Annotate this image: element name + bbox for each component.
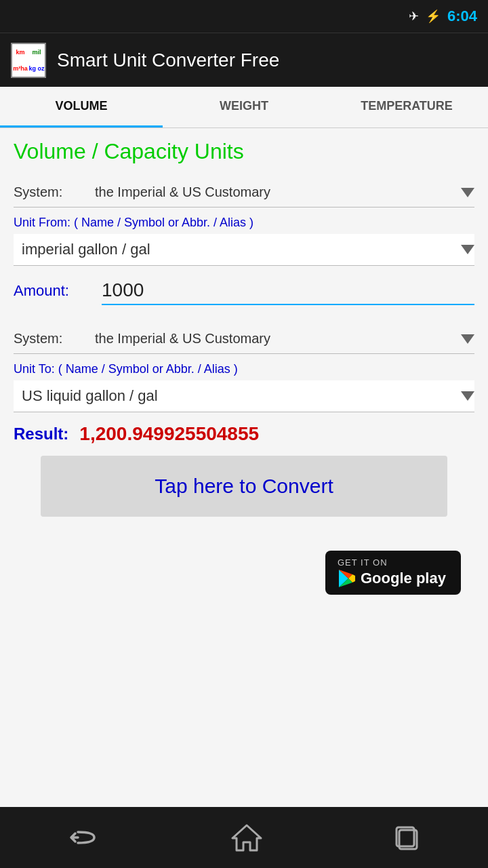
tab-temperature[interactable]: TEMPERATURE bbox=[325, 87, 488, 127]
svg-marker-4 bbox=[232, 825, 261, 850]
main-content: Volume / Capacity Units System: the Impe… bbox=[0, 128, 488, 807]
from-unit-value: imperial gallon / gal bbox=[22, 241, 455, 258]
home-button[interactable] bbox=[231, 823, 262, 852]
badge-top-text: GET IT ON bbox=[338, 557, 388, 568]
convert-button[interactable]: Tap here to Convert bbox=[41, 456, 447, 517]
from-system-group: System: the Imperial & US Customary bbox=[14, 178, 474, 208]
amount-label: Amount: bbox=[14, 282, 102, 300]
to-unit-row[interactable]: US liquid gallon / gal bbox=[14, 380, 474, 412]
airplane-icon: ✈ bbox=[409, 9, 419, 24]
from-unit-row[interactable]: imperial gallon / gal bbox=[14, 234, 474, 266]
badge-bottom: Google play bbox=[338, 569, 446, 588]
status-time: 6:04 bbox=[447, 7, 477, 25]
to-system-value: the Imperial & US Customary bbox=[95, 331, 455, 347]
logo-ha: m²ha bbox=[12, 60, 28, 77]
play-badge-area: GET IT ON Google play bbox=[14, 524, 474, 608]
play-badge[interactable]: GET IT ON Google play bbox=[325, 551, 461, 595]
nav-bar bbox=[0, 807, 488, 868]
logo-km: km bbox=[12, 44, 28, 60]
battery-icon: ⚡ bbox=[426, 9, 441, 24]
result-value: 1,200.949925504855 bbox=[79, 423, 259, 445]
to-unit-dropdown-arrow bbox=[461, 391, 474, 401]
to-unit-label: Unit To: ( Name / Symbol or Abbr. / Alia… bbox=[14, 362, 474, 376]
to-system-dropdown-arrow bbox=[461, 334, 474, 344]
from-system-value: the Imperial & US Customary bbox=[95, 184, 455, 200]
amount-row: Amount: bbox=[14, 277, 474, 305]
from-unit-group: Unit From: ( Name / Symbol or Abbr. / Al… bbox=[14, 216, 474, 266]
home-icon bbox=[231, 823, 262, 852]
section-title: Volume / Capacity Units bbox=[14, 139, 474, 164]
to-unit-group: Unit To: ( Name / Symbol or Abbr. / Alia… bbox=[14, 362, 474, 412]
from-system-label: System: bbox=[14, 184, 95, 200]
recents-icon bbox=[394, 823, 422, 852]
logo-kg: kg oz bbox=[28, 60, 45, 77]
from-unit-label: Unit From: ( Name / Symbol or Abbr. / Al… bbox=[14, 216, 474, 230]
from-system-row[interactable]: System: the Imperial & US Customary bbox=[14, 178, 474, 208]
app-bar: km mil m²ha kg oz Smart Unit Converter F… bbox=[0, 33, 488, 87]
from-unit-dropdown-arrow bbox=[461, 245, 474, 254]
from-system-dropdown-arrow bbox=[461, 188, 474, 197]
to-system-label: System: bbox=[14, 331, 95, 347]
to-system-row[interactable]: System: the Imperial & US Customary bbox=[14, 324, 474, 354]
divider bbox=[14, 316, 474, 324]
back-icon bbox=[66, 825, 100, 850]
tab-bar: VOLUME WEIGHT TEMPERATURE bbox=[0, 87, 488, 128]
tab-volume[interactable]: VOLUME bbox=[0, 87, 163, 127]
badge-bottom-text: Google play bbox=[361, 570, 446, 587]
amount-input[interactable] bbox=[102, 277, 474, 305]
app-title: Smart Unit Converter Free bbox=[57, 50, 279, 71]
logo-mil: mil bbox=[28, 44, 45, 60]
app-logo: km mil m²ha kg oz bbox=[11, 43, 46, 78]
status-bar: ✈ ⚡ 6:04 bbox=[0, 0, 488, 33]
result-label: Result: bbox=[14, 425, 68, 443]
result-row: Result: 1,200.949925504855 bbox=[14, 423, 474, 445]
tab-weight[interactable]: WEIGHT bbox=[163, 87, 325, 127]
recents-button[interactable] bbox=[394, 823, 422, 852]
to-unit-value: US liquid gallon / gal bbox=[22, 387, 455, 405]
google-play-icon bbox=[338, 569, 357, 588]
to-system-group: System: the Imperial & US Customary bbox=[14, 324, 474, 354]
back-button[interactable] bbox=[66, 825, 100, 850]
